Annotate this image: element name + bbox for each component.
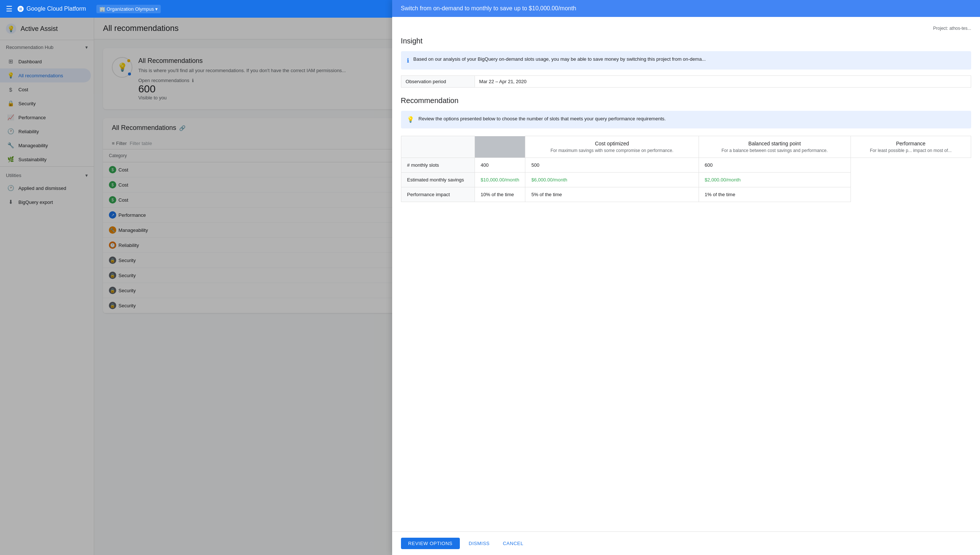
recommendation-box: 💡 Review the options presented below to …: [401, 111, 971, 128]
recommendation-text: Review the options presented below to ch…: [419, 115, 666, 123]
balanced-desc: For a balance between cost savings and p…: [705, 148, 845, 153]
info-icon: ℹ: [407, 56, 409, 65]
obs-value: Mar 22 – Apr 21, 2020: [475, 76, 971, 88]
balanced-impact-value: 5% of the time: [525, 187, 699, 202]
observation-table: Observation period Mar 22 – Apr 21, 2020: [401, 75, 971, 88]
insight-section-title: Insight: [401, 37, 971, 45]
cost-impact-value: 10% of the time: [475, 187, 525, 202]
impact-row: Performance impact 10% of the time 5% of…: [401, 187, 971, 202]
insight-text: Based on our analysis of your BigQuery o…: [414, 56, 706, 63]
obs-row: Observation period Mar 22 – Apr 21, 2020: [401, 76, 971, 88]
org-name: Organization Olympus: [107, 6, 154, 12]
review-options-button[interactable]: REVIEW OPTIONS: [401, 538, 460, 549]
hamburger-menu[interactable]: ☰: [6, 5, 13, 13]
org-selector[interactable]: 🏢 Organization Olympus ▾: [96, 5, 161, 13]
balanced-slots-value: 500: [525, 158, 699, 173]
chevron-down-icon: ▾: [155, 6, 158, 12]
cost-slots-value: 400: [475, 158, 525, 173]
monthly-slots-label: # monthly slots: [401, 158, 475, 173]
perf-savings-value: $2,000.00/month: [699, 173, 851, 187]
performance-label: Performance: [857, 141, 965, 146]
col-cost-header: Cost optimized For maximum savings with …: [525, 136, 699, 158]
gcp-logo-icon: [17, 5, 24, 13]
performance-desc: For least possible p... impact on most o…: [857, 148, 965, 153]
balanced-savings-value: $6,000.00/month: [525, 173, 699, 187]
options-table: Cost optimized For maximum savings with …: [401, 136, 971, 202]
right-panel: Switch from on-demand to monthly to save…: [392, 0, 980, 555]
cancel-button[interactable]: CANCEL: [499, 538, 528, 549]
obs-label: Observation period: [401, 76, 475, 88]
insight-box: ℹ Based on our analysis of your BigQuery…: [401, 51, 971, 69]
app-title: Google Cloud Platform: [27, 5, 86, 12]
cost-savings-value: $10,000.00/month: [475, 173, 525, 187]
dismiss-button[interactable]: DISMISS: [464, 538, 494, 549]
org-icon: 🏢: [99, 6, 105, 12]
bulb-icon: 💡: [407, 115, 414, 124]
perf-slots-value: 600: [699, 158, 851, 173]
savings-row: Estimated monthly savings $10,000.00/mon…: [401, 173, 971, 187]
monthly-slots-row: # monthly slots 400 500 600: [401, 158, 971, 173]
balanced-label: Balanced starting point: [705, 141, 845, 146]
col-balanced-header: Balanced starting point For a balance be…: [699, 136, 851, 158]
impact-label: Performance impact: [401, 187, 475, 202]
panel-body: Project: athos-tes... Insight ℹ Based on…: [392, 17, 980, 531]
panel-project-label: Project: athos-tes...: [401, 26, 971, 31]
perf-impact-value: 1% of the time: [699, 187, 851, 202]
cost-desc: For maximum savings with some compromise…: [531, 148, 692, 153]
col-performance-header: Performance For least possible p... impa…: [851, 136, 971, 158]
recommendation-section-title: Recommendation: [401, 96, 971, 105]
app-logo: Google Cloud Platform: [17, 5, 86, 13]
savings-label: Estimated monthly savings: [401, 173, 475, 187]
panel-title: Switch from on-demand to monthly to save…: [392, 0, 980, 17]
cost-optimized-label: Cost optimized: [531, 141, 692, 146]
options-header-row: Cost optimized For maximum savings with …: [401, 136, 971, 158]
panel-footer: REVIEW OPTIONS DISMISS CANCEL: [392, 531, 980, 555]
